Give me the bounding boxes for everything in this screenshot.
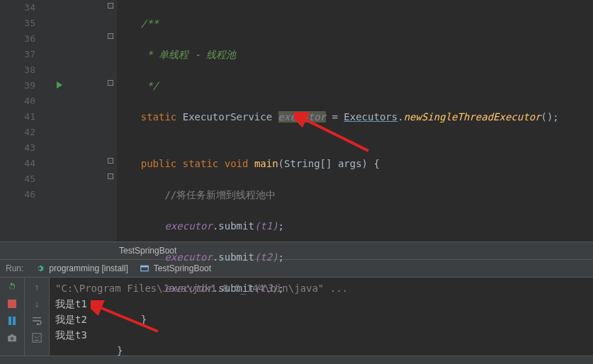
code-content[interactable]: ..../** .... * 单线程 - 线程池 .... */ ....sta…: [117, 0, 593, 241]
svg-rect-8: [11, 334, 14, 336]
camera-icon[interactable]: [7, 333, 17, 343]
svg-rect-4: [9, 317, 11, 325]
pause-icon[interactable]: [7, 316, 17, 326]
run-toolbar-right: ↑ ↓: [25, 278, 50, 356]
svg-rect-5: [13, 317, 16, 325]
up-arrow-icon[interactable]: ↑: [32, 282, 42, 292]
svg-rect-3: [8, 300, 16, 308]
console-line: 我是t1: [55, 296, 587, 312]
code-editor[interactable]: 343536373839 40414243444546 - - - - - ..…: [0, 0, 593, 242]
editor-icon-gutter: - - - - -: [50, 0, 117, 241]
console-output[interactable]: "C:\Program Files\Java\jdk1.8.0_144\bin\…: [50, 278, 593, 356]
run-line-icon[interactable]: [57, 81, 62, 89]
down-arrow-icon[interactable]: ↓: [32, 299, 42, 309]
stop-icon[interactable]: [7, 299, 17, 309]
fold-icon[interactable]: -: [108, 80, 113, 86]
fold-icon[interactable]: -: [108, 3, 113, 8]
console-command: "C:\Program Files\Java\jdk1.8.0_144\bin\…: [55, 280, 587, 296]
fold-icon[interactable]: -: [108, 33, 113, 39]
fold-icon[interactable]: -: [108, 174, 113, 179]
svg-point-7: [11, 337, 14, 341]
fold-icon[interactable]: -: [108, 158, 113, 164]
line-number-gutter: 343536373839 40414243444546: [0, 0, 50, 241]
scroll-to-end-icon[interactable]: [32, 333, 42, 343]
run-toolbar-left: [0, 278, 25, 356]
soft-wrap-icon[interactable]: [32, 316, 42, 326]
console-line: 我是t2: [55, 312, 587, 327]
gear-icon: [35, 263, 45, 273]
run-label: Run:: [0, 263, 29, 273]
rerun-icon[interactable]: [7, 282, 17, 292]
console-line: 我是t3: [55, 327, 587, 343]
svg-rect-9: [33, 334, 41, 342]
